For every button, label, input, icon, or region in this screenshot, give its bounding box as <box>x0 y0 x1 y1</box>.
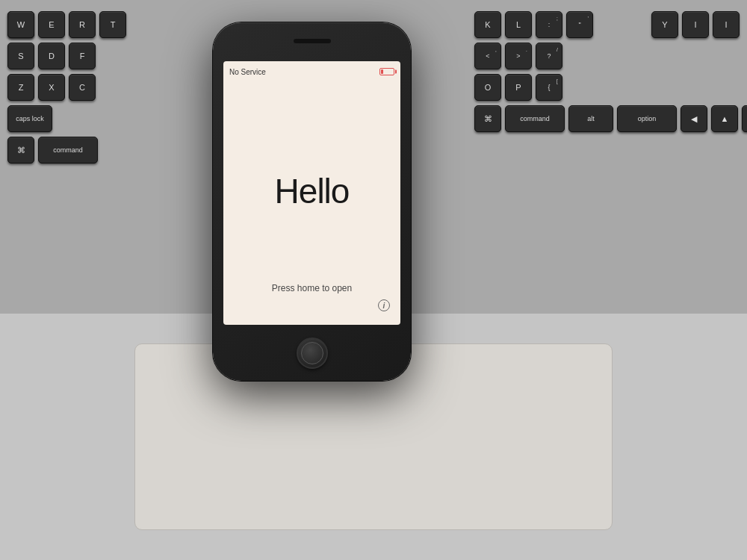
key-question: ?/ <box>536 43 562 69</box>
top-right-key-row: Y I I <box>651 11 740 38</box>
key-arrow-up: ▲ <box>711 105 738 132</box>
hello-text: Hello <box>275 171 350 211</box>
key-w: W <box>7 11 34 38</box>
home-button[interactable] <box>297 337 328 369</box>
key-x: X <box>38 74 65 101</box>
key-row-2: S D F <box>7 43 202 69</box>
key-lt: <, <box>474 43 501 69</box>
key-e: E <box>38 11 65 38</box>
iphone: No Service Hello Press home to open i <box>213 22 411 381</box>
left-keyboard: ⇥ S D F Z X C caps lock ⌘ command <box>0 0 209 314</box>
key-gt: >. <box>505 43 532 69</box>
key-o: O <box>474 74 501 101</box>
key-y: Y <box>651 11 678 38</box>
key-brace: {[ <box>536 74 562 101</box>
top-key-row: W E R T <box>7 11 126 38</box>
battery-icon <box>379 68 394 75</box>
earpiece <box>294 39 331 43</box>
iphone-screen: No Service Hello Press home to open i <box>223 61 400 325</box>
key-c: C <box>69 74 96 101</box>
info-icon[interactable]: i <box>378 299 390 311</box>
key-k: K <box>474 11 501 38</box>
right-keyboard: K L ;: "' <, >. ?/ O P {[ ⌘ command alt … <box>467 0 747 314</box>
key-command-left: command <box>38 137 98 164</box>
laptop-background: ⇥ S D F Z X C caps lock ⌘ command <box>0 0 747 560</box>
home-button-inner <box>301 342 323 364</box>
iphone-body: No Service Hello Press home to open i <box>213 22 411 381</box>
key-l: L <box>505 11 532 38</box>
key-cmd-icon-left: ⌘ <box>7 137 34 164</box>
no-service-label: No Service <box>229 68 266 76</box>
key-z: Z <box>7 74 34 101</box>
key-quote: "' <box>566 11 593 38</box>
right-row-2: <, >. ?/ <box>474 43 740 69</box>
key-p: P <box>505 74 532 101</box>
key-t: T <box>99 11 126 38</box>
key-d: D <box>38 43 65 69</box>
key-i: I <box>682 11 709 38</box>
key-colon: ;: <box>536 11 562 38</box>
key-row-5: ⌘ command <box>7 137 202 164</box>
key-arrow-down: ▼ <box>742 105 747 132</box>
key-f: F <box>69 43 96 69</box>
key-s: S <box>7 43 34 69</box>
key-row-3: Z X C <box>7 74 202 101</box>
key-arrow-left: ◀ <box>681 105 707 132</box>
info-icon-label: i <box>383 302 385 310</box>
key-row-4: caps lock <box>7 105 202 132</box>
key-option: option <box>617 105 677 132</box>
battery-fill <box>381 69 383 74</box>
key-caps: caps lock <box>7 105 52 132</box>
key-r: R <box>69 11 96 38</box>
key-cmd-icon-right: ⌘ <box>474 105 501 132</box>
status-bar: No Service <box>223 61 400 79</box>
right-row-4: ⌘ command alt option ◀ ▲ ▼ <box>474 105 740 132</box>
right-row-3: O P {[ <box>474 74 740 101</box>
key-command-right: command <box>505 105 565 132</box>
key-alt: alt <box>568 105 613 132</box>
key-i2: I <box>713 11 740 38</box>
press-home-label: Press home to open <box>223 283 400 293</box>
